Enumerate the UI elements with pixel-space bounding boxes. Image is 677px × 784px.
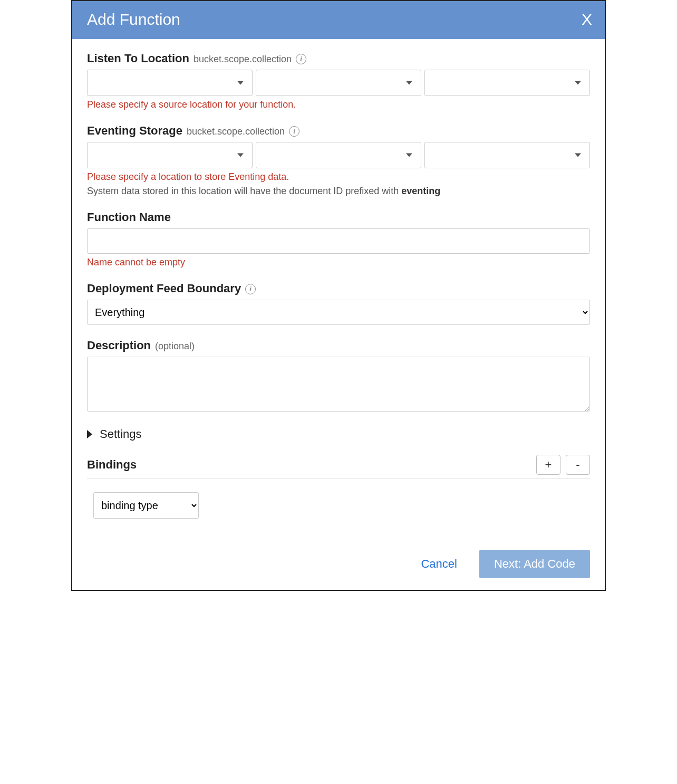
function-name-label: Function Name: [87, 211, 171, 224]
listen-location-label-row: Listen To Location bucket.scope.collecti…: [87, 52, 590, 65]
eventing-storage-help-bold: eventing: [401, 186, 440, 196]
chevron-down-icon: [406, 81, 412, 85]
chevron-down-icon: [237, 154, 244, 157]
info-icon[interactable]: i: [245, 284, 256, 294]
listen-collection-select[interactable]: [424, 70, 590, 96]
remove-binding-button[interactable]: -: [566, 455, 590, 475]
close-icon[interactable]: X: [582, 12, 592, 27]
cancel-button[interactable]: Cancel: [418, 557, 460, 571]
eventing-storage-section: Eventing Storage bucket.scope.collection…: [87, 124, 590, 197]
next-add-code-button[interactable]: Next: Add Code: [479, 550, 590, 578]
description-section: Description (optional): [87, 339, 590, 414]
modal-footer: Cancel Next: Add Code: [72, 540, 605, 590]
description-label-row: Description (optional): [87, 339, 590, 352]
listen-location-label: Listen To Location: [87, 52, 189, 65]
description-textarea[interactable]: [87, 357, 590, 412]
modal-header: Add Function X: [72, 1, 605, 39]
bindings-header: Bindings + -: [87, 455, 590, 479]
settings-label: Settings: [100, 427, 142, 441]
description-optional: (optional): [155, 341, 195, 352]
listen-scope-select[interactable]: [256, 70, 421, 96]
add-function-modal: Add Function X Listen To Location bucket…: [71, 0, 606, 591]
settings-toggle[interactable]: Settings: [87, 427, 590, 441]
listen-location-error: Please specify a source location for you…: [87, 99, 590, 110]
listen-location-section: Listen To Location bucket.scope.collecti…: [87, 52, 590, 110]
feed-boundary-label: Deployment Feed Boundary: [87, 282, 241, 295]
storage-scope-select[interactable]: [256, 142, 421, 168]
bindings-buttons: + -: [536, 455, 590, 475]
eventing-storage-error: Please specify a location to store Event…: [87, 171, 590, 183]
bindings-label: Bindings: [87, 458, 137, 472]
listen-location-selects: [87, 70, 590, 96]
info-icon[interactable]: i: [296, 54, 306, 64]
modal-title: Add Function: [87, 11, 180, 28]
chevron-down-icon: [575, 81, 581, 85]
add-binding-button[interactable]: +: [536, 455, 560, 475]
eventing-storage-help: System data stored in this location will…: [87, 186, 590, 197]
eventing-storage-selects: [87, 142, 590, 168]
chevron-down-icon: [575, 154, 581, 157]
function-name-label-row: Function Name: [87, 211, 590, 224]
function-name-input[interactable]: [87, 228, 590, 254]
storage-bucket-select[interactable]: [87, 142, 253, 168]
storage-collection-select[interactable]: [424, 142, 590, 168]
chevron-down-icon: [237, 81, 244, 85]
eventing-storage-sublabel: bucket.scope.collection: [187, 126, 285, 137]
feed-boundary-label-row: Deployment Feed Boundary i: [87, 282, 590, 295]
eventing-storage-label-row: Eventing Storage bucket.scope.collection…: [87, 124, 590, 138]
chevron-down-icon: [406, 154, 412, 157]
description-label: Description: [87, 339, 151, 352]
feed-boundary-section: Deployment Feed Boundary i Everything: [87, 282, 590, 325]
modal-body: Listen To Location bucket.scope.collecti…: [72, 39, 605, 540]
eventing-storage-label: Eventing Storage: [87, 124, 182, 138]
feed-boundary-select[interactable]: Everything: [87, 300, 590, 325]
binding-type-select[interactable]: binding type: [93, 492, 199, 519]
listen-bucket-select[interactable]: [87, 70, 253, 96]
function-name-section: Function Name Name cannot be empty: [87, 211, 590, 268]
eventing-storage-help-prefix: System data stored in this location will…: [87, 186, 401, 196]
listen-location-sublabel: bucket.scope.collection: [194, 54, 292, 65]
info-icon[interactable]: i: [289, 126, 299, 137]
function-name-error: Name cannot be empty: [87, 257, 590, 268]
caret-right-icon: [87, 430, 92, 438]
